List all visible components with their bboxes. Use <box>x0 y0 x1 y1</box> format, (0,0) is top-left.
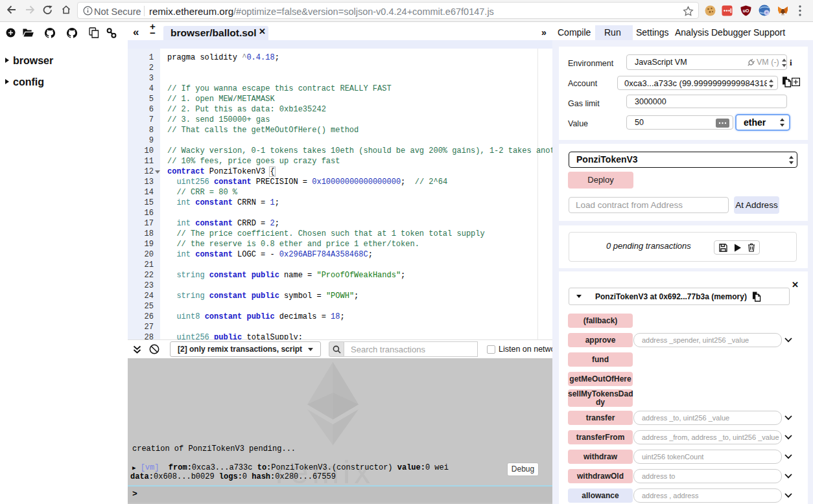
svg-text:uO: uO <box>743 8 749 13</box>
